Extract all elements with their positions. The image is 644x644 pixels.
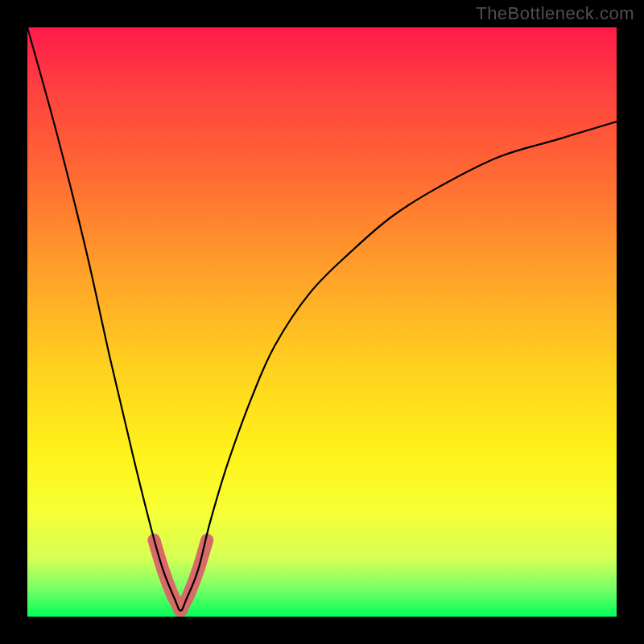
- chart-frame: TheBottleneck.com: [0, 0, 644, 644]
- watermark-text: TheBottleneck.com: [476, 3, 634, 24]
- trough-highlight: [154, 540, 207, 611]
- plot-area: [27, 27, 617, 617]
- bottleneck-curve: [27, 27, 617, 611]
- curve-layer: [27, 27, 617, 617]
